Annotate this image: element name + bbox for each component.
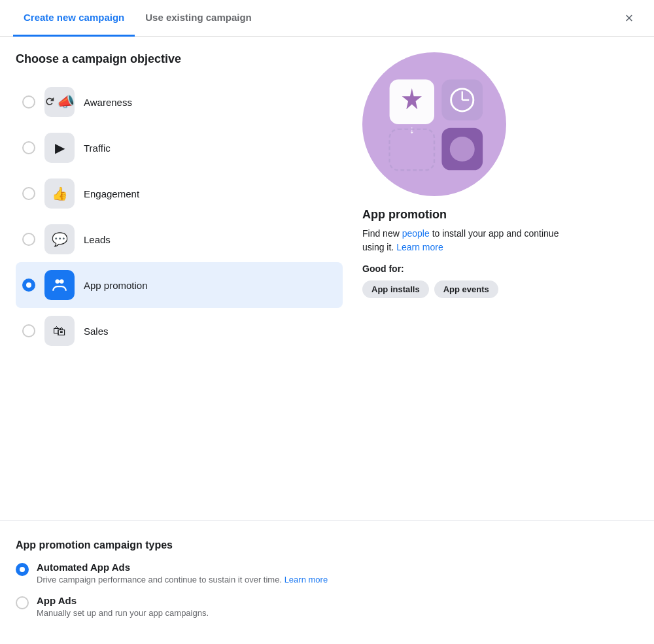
traffic-label: Traffic — [84, 143, 111, 154]
people-link[interactable]: people — [402, 228, 430, 239]
campaign-types-section: App promotion campaign types Automated A… — [0, 520, 654, 644]
objective-list: 📣 Awareness ▶ Traffic 👍 Engagement — [16, 79, 343, 354]
tag-app-events: App events — [434, 280, 498, 298]
svg-point-11 — [450, 137, 475, 161]
tab-use-existing[interactable]: Use existing campaign — [135, 0, 262, 37]
objective-item-leads[interactable]: 💬 Leads — [16, 216, 343, 262]
close-button[interactable]: × — [617, 7, 641, 30]
campaign-type-automated[interactable]: Automated App Ads Drive campaign perform… — [16, 562, 638, 585]
svg-point-1 — [60, 279, 64, 284]
good-for-tags: App installs App events — [362, 280, 498, 298]
learn-more-link[interactable]: Learn more — [396, 242, 443, 252]
awareness-icon: 📣 — [44, 87, 75, 117]
radio-leads[interactable] — [22, 233, 35, 246]
desc-prefix: Find new — [362, 228, 402, 239]
objective-item-awareness[interactable]: 📣 Awareness — [16, 79, 343, 125]
detail-title: App promotion — [362, 208, 447, 222]
modal-container: Create new campaign Use existing campaig… — [0, 0, 654, 644]
right-panel: ↓ App promotion Find new people to insta… — [343, 52, 638, 505]
radio-app-ads[interactable] — [16, 596, 29, 609]
objective-item-sales[interactable]: 🛍 Sales — [16, 308, 343, 354]
objective-item-engagement[interactable]: 👍 Engagement — [16, 171, 343, 216]
engagement-icon: 👍 — [44, 178, 75, 209]
objective-item-traffic[interactable]: ▶ Traffic — [16, 125, 343, 171]
awareness-label: Awareness — [84, 97, 132, 108]
modal-body: Choose a campaign objective 📣 Awareness — [0, 37, 654, 505]
good-for-title: Good for: — [362, 263, 404, 274]
radio-engagement[interactable] — [22, 187, 35, 200]
sales-icon: 🛍 — [44, 316, 75, 346]
detail-description: Find new people to install your app and … — [362, 227, 578, 254]
radio-automated[interactable] — [16, 563, 29, 576]
section-title: Choose a campaign objective — [16, 52, 343, 66]
tab-create-new[interactable]: Create new campaign — [13, 0, 135, 37]
automated-desc: Drive campaign performance and continue … — [37, 575, 328, 585]
app-promotion-icon — [44, 270, 75, 300]
automated-learn-more[interactable]: Learn more — [284, 575, 328, 585]
automated-text: Automated App Ads Drive campaign perform… — [37, 562, 328, 585]
leads-label: Leads — [84, 234, 111, 245]
radio-awareness[interactable] — [22, 95, 35, 109]
radio-sales[interactable] — [22, 324, 35, 337]
sales-label: Sales — [84, 326, 109, 337]
automated-label: Automated App Ads — [37, 562, 328, 573]
app-ads-text: App Ads Manually set up and run your app… — [37, 595, 209, 618]
radio-app-promotion[interactable] — [22, 279, 35, 292]
radio-traffic[interactable] — [22, 141, 35, 154]
svg-point-0 — [56, 279, 60, 284]
app-ads-label: App Ads — [37, 595, 209, 606]
campaign-type-app-ads[interactable]: App Ads Manually set up and run your app… — [16, 595, 638, 618]
tag-app-installs: App installs — [362, 280, 429, 298]
left-panel: Choose a campaign objective 📣 Awareness — [16, 52, 343, 505]
app-promotion-label: App promotion — [84, 280, 148, 291]
objective-item-app-promotion[interactable]: App promotion — [16, 262, 343, 308]
app-ads-desc: Manually set up and run your app campaig… — [37, 608, 209, 618]
tab-bar: Create new campaign Use existing campaig… — [0, 0, 654, 37]
traffic-icon: ▶ — [44, 133, 75, 163]
campaign-types-title: App promotion campaign types — [16, 539, 638, 551]
engagement-label: Engagement — [84, 188, 139, 199]
app-promotion-illustration: ↓ — [362, 52, 506, 196]
leads-icon: 💬 — [44, 224, 75, 254]
